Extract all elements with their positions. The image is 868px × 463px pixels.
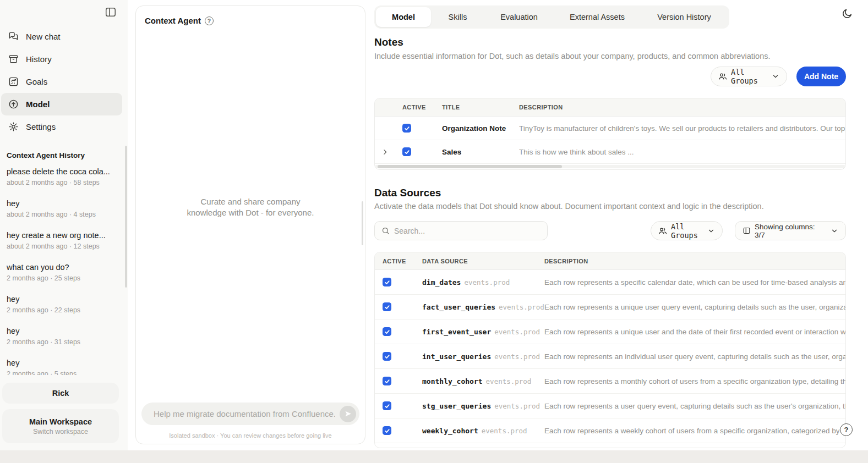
chevron-down-icon — [772, 73, 779, 80]
note-description: This is how we think about sales ... — [519, 148, 845, 156]
note-description: TinyToy is manufacturer of children's to… — [519, 124, 845, 133]
data-source-name: stg_user_queries — [422, 402, 491, 410]
scrollbar-thumb[interactable] — [378, 165, 562, 168]
table-row: fact_user_queriesevents.prod Each row re… — [375, 295, 845, 319]
archive-box-icon — [8, 54, 19, 65]
history-item[interactable]: hey create a new org note... about 2 mon… — [7, 230, 117, 262]
agent-message-input[interactable] — [141, 409, 340, 418]
workspace-action: Switch workspace — [33, 428, 88, 436]
active-checkbox[interactable] — [402, 124, 411, 133]
sidebar-item-label: Goals — [26, 77, 47, 86]
sidebar-item-label: New chat — [26, 32, 61, 41]
sidebar-item-model[interactable]: Model — [1, 93, 122, 115]
app-root: New chat History Goals Model — [0, 0, 868, 463]
sidebar-nav: New chat History Goals Model — [0, 25, 128, 138]
history-item[interactable]: hey about 2 months ago · 4 steps — [7, 199, 117, 230]
table-row: monthly_cohortevents.prod Each row repre… — [375, 369, 845, 394]
agent-panel-scrollbar[interactable] — [362, 201, 363, 245]
notes-table-hscrollbar — [375, 164, 845, 169]
data-sources-table-header: ACTIVE DATA SOURCE DESCRIPTION — [375, 252, 845, 270]
data-source-schema: events.prod — [494, 328, 540, 336]
table-row: first_event_userevents.prod Each row rep… — [375, 319, 845, 344]
data-sources-table: ACTIVE DATA SOURCE DESCRIPTION dim_dates… — [374, 252, 846, 448]
history-item[interactable]: please delete the coca cola... about 2 m… — [7, 167, 117, 199]
sidebar-item-goals[interactable]: Goals — [1, 70, 122, 93]
data-source-name: dim_dates — [422, 278, 461, 286]
note-title: Sales — [442, 148, 461, 156]
chevron-right-icon[interactable] — [375, 148, 395, 156]
active-checkbox[interactable] — [383, 327, 391, 336]
data-sources-search — [374, 221, 548, 240]
active-checkbox[interactable] — [383, 401, 391, 410]
sidebar-toggle-icon[interactable] — [105, 6, 117, 18]
sidebar-item-settings[interactable]: Settings — [1, 115, 122, 138]
table-row: Sales This is how we think about sales .… — [375, 140, 845, 164]
page-bottom-edge — [0, 450, 868, 463]
search-input[interactable] — [394, 227, 541, 235]
user-name: Rick — [52, 389, 69, 398]
active-checkbox[interactable] — [402, 147, 411, 156]
chat-bubbles-icon — [8, 31, 19, 42]
data-sources-description: Activate the data models that Dot should… — [374, 202, 764, 211]
chevron-down-icon — [707, 227, 715, 235]
table-row: int_user_queriesevents.prod Each row rep… — [375, 344, 845, 369]
tab-skills[interactable]: Skills — [431, 7, 484, 27]
tab-model[interactable]: Model — [376, 7, 431, 27]
table-row: Organization Note TinyToy is manufacture… — [375, 117, 845, 140]
notes-group-filter[interactable]: All Groups — [711, 67, 787, 86]
user-button[interactable]: Rick — [2, 383, 119, 404]
active-checkbox[interactable] — [383, 352, 391, 361]
data-sources-title: Data Sources — [374, 187, 441, 199]
moon-icon — [841, 8, 855, 20]
notes-title: Notes — [374, 36, 403, 48]
tab-evaluation[interactable]: Evaluation — [484, 7, 554, 27]
active-checkbox[interactable] — [383, 377, 391, 385]
context-agent-history-list: please delete the coca cola... about 2 m… — [7, 167, 117, 375]
history-item[interactable]: hey 2 months ago · 5 steps — [7, 358, 117, 375]
chart-square-icon — [8, 76, 19, 87]
search-icon — [381, 227, 390, 235]
data-source-schema: events.prod — [494, 352, 540, 361]
sidebar-item-label: Settings — [26, 122, 56, 131]
data-source-schema: events.prod — [494, 402, 540, 410]
data-source-name: monthly_cohort — [422, 377, 483, 385]
table-row: weekly_cohortevents.prod Each row repres… — [375, 418, 845, 443]
history-item[interactable]: hey 2 months ago · 22 steps — [7, 294, 117, 326]
main-content: Model Skills Evaluation External Assets … — [374, 0, 868, 463]
data-source-description: Each row represents a user query event, … — [544, 402, 845, 410]
tab-version-history[interactable]: Version History — [641, 7, 728, 27]
sidebar-item-new-chat[interactable]: New chat — [1, 25, 122, 48]
data-sources-group-filter[interactable]: All Groups — [651, 221, 723, 240]
tab-external-assets[interactable]: External Assets — [554, 7, 641, 27]
agent-input-container — [141, 403, 359, 425]
showing-columns-selector[interactable]: Showing columns: 3/7 — [735, 221, 846, 240]
data-source-name: first_event_user — [422, 328, 491, 336]
history-item[interactable]: what can you do? 2 months ago · 25 steps — [7, 262, 117, 294]
sidebar-scrollbar[interactable] — [125, 146, 127, 288]
sandbox-footnote: Isolated sandbox · You can review change… — [136, 432, 365, 439]
gear-icon — [8, 122, 19, 133]
active-checkbox[interactable] — [383, 302, 391, 311]
data-source-description: Each row represents a specific calendar … — [544, 278, 845, 286]
workspace-switcher[interactable]: Main Workspace Switch workspace — [2, 409, 119, 443]
data-source-schema: events.prod — [499, 303, 544, 311]
add-note-button[interactable]: Add Note — [796, 67, 846, 86]
dark-mode-toggle[interactable] — [841, 7, 855, 21]
sidebar-item-history[interactable]: History — [1, 48, 122, 70]
data-source-description: Each row represents a monthly cohort of … — [544, 377, 845, 385]
active-checkbox[interactable] — [383, 278, 391, 286]
users-icon — [658, 227, 667, 235]
users-icon — [718, 72, 727, 81]
active-checkbox[interactable] — [383, 426, 391, 435]
data-source-name: weekly_cohort — [422, 427, 478, 435]
help-icon[interactable]: ? — [205, 16, 214, 25]
data-source-schema: events.prod — [486, 377, 532, 385]
data-source-description: Each row represents a unique user query … — [544, 303, 845, 311]
help-button[interactable]: ? — [840, 423, 853, 436]
data-source-name: fact_user_queries — [422, 303, 495, 311]
note-title: Organization Note — [442, 124, 506, 133]
send-button[interactable] — [340, 406, 356, 422]
context-agent-header: Context Agent ? — [145, 16, 214, 25]
history-item[interactable]: hey 2 months ago · 31 steps — [7, 326, 117, 358]
notes-description: Include essential information for Dot, s… — [374, 52, 770, 60]
